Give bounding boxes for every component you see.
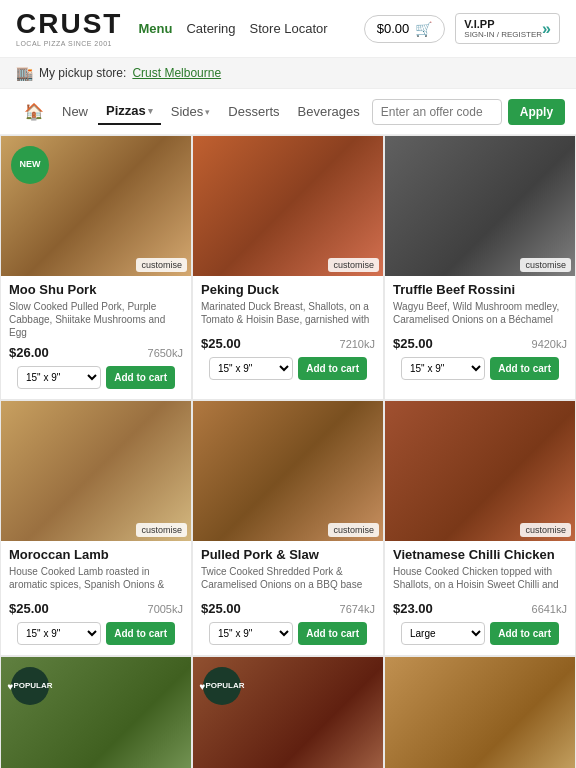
logo: CRUST LOCAL PIZZA SINCE 2001	[16, 10, 122, 47]
product-name: Moo Shu Pork	[9, 282, 183, 297]
cat-nav-items: 🏠 New Pizzas ▾ Sides ▾ Desserts Beverage…	[16, 97, 368, 126]
product-desc: Slow Cooked Pulled Pork, Purple Cabbage,…	[9, 300, 183, 339]
vipp-label: V.I.PP	[464, 18, 542, 30]
product-info: Truffle Beef Rossini Wagyu Beef, Wild Mu…	[385, 276, 575, 380]
product-name: Vietnamese Chilli Chicken	[393, 547, 567, 562]
product-price: $25.00	[201, 601, 241, 616]
size-select[interactable]: 15" x 9"	[17, 622, 101, 645]
product-price: $25.00	[201, 336, 241, 351]
logo-text: CRUST	[16, 10, 122, 38]
size-select[interactable]: 15" x 9"	[209, 357, 293, 380]
sides-chevron: ▾	[205, 107, 210, 117]
customise-label[interactable]: customise	[520, 523, 571, 537]
customise-label[interactable]: customise	[328, 258, 379, 272]
product-info: Moo Shu Pork Slow Cooked Pulled Pork, Pu…	[1, 276, 191, 389]
product-cell-popular-2: POPULAR customise	[192, 656, 384, 768]
product-cell-pulled-pork-slaw: customise Pulled Pork & Slaw Twice Cooke…	[192, 400, 384, 656]
cart-icon: 🛒	[415, 21, 432, 37]
nav-catering[interactable]: Catering	[186, 21, 235, 36]
badge-popular: POPULAR	[11, 667, 49, 705]
product-kj: 7674kJ	[340, 603, 375, 615]
product-image: customise	[385, 657, 575, 768]
cat-pizzas[interactable]: Pizzas ▾	[98, 98, 161, 125]
product-cell-moo-shu-pork: NEW customise Moo Shu Pork Slow Cooked P…	[0, 135, 192, 400]
main-nav: Menu Catering Store Locator	[138, 21, 327, 36]
product-kj: 7650kJ	[148, 347, 183, 359]
size-select[interactable]: 15" x 9"	[17, 366, 101, 389]
customise-label[interactable]: customise	[328, 523, 379, 537]
product-name: Truffle Beef Rossini	[393, 282, 567, 297]
product-name: Peking Duck	[201, 282, 375, 297]
pickup-bar: 🏬 My pickup store: Crust Melbourne	[0, 58, 576, 89]
product-actions: 15" x 9" Add to cart	[201, 622, 375, 645]
product-kj: 7005kJ	[148, 603, 183, 615]
store-icon: 🏬	[16, 65, 33, 81]
pickup-text: My pickup store:	[39, 66, 126, 80]
cart-amount: $0.00	[377, 21, 410, 36]
product-actions: 15" x 9" Add to cart	[201, 357, 375, 380]
product-cell-popular-1: POPULAR customise	[0, 656, 192, 768]
size-select[interactable]: Large	[401, 622, 485, 645]
product-kj: 7210kJ	[340, 338, 375, 350]
product-info: Moroccan Lamb House Cooked Lamb roasted …	[1, 541, 191, 645]
customise-label[interactable]: customise	[136, 523, 187, 537]
product-desc: Wagyu Beef, Wild Mushroom medley, Carame…	[393, 300, 567, 330]
nav-menu[interactable]: Menu	[138, 21, 172, 36]
header: CRUST LOCAL PIZZA SINCE 2001 Menu Cateri…	[0, 0, 576, 58]
product-image: customise	[385, 136, 575, 276]
price-row: $23.00 6641kJ	[393, 601, 567, 616]
product-name: Moroccan Lamb	[9, 547, 183, 562]
product-actions: 15" x 9" Add to cart	[393, 357, 567, 380]
price-row: $26.00 7650kJ	[9, 345, 183, 360]
cat-sides[interactable]: Sides ▾	[163, 99, 219, 124]
product-kj: 6641kJ	[532, 603, 567, 615]
category-nav: 🏠 New Pizzas ▾ Sides ▾ Desserts Beverage…	[0, 89, 576, 135]
product-actions: 15" x 9" Add to cart	[9, 366, 183, 389]
product-price: $23.00	[393, 601, 433, 616]
apply-button[interactable]: Apply	[508, 99, 565, 125]
product-image: NEW customise	[1, 136, 191, 276]
product-cell-peking-duck: customise Peking Duck Marinated Duck Bre…	[192, 135, 384, 400]
add-to-cart-button[interactable]: Add to cart	[298, 622, 367, 645]
add-to-cart-button[interactable]: Add to cart	[106, 622, 175, 645]
product-actions: 15" x 9" Add to cart	[9, 622, 183, 645]
product-desc: Marinated Duck Breast, Shallots, on a To…	[201, 300, 375, 330]
product-desc: Twice Cooked Shredded Pork & Caramelised…	[201, 565, 375, 595]
price-row: $25.00 7005kJ	[9, 601, 183, 616]
price-row: $25.00 7674kJ	[201, 601, 375, 616]
product-cell-vietnamese-chilli-chicken: customise Vietnamese Chilli Chicken Hous…	[384, 400, 576, 656]
product-image: customise	[1, 401, 191, 541]
pickup-store-link[interactable]: Crust Melbourne	[132, 66, 221, 80]
product-image: POPULAR customise	[1, 657, 191, 768]
cat-desserts[interactable]: Desserts	[220, 99, 287, 124]
badge-popular: POPULAR	[203, 667, 241, 705]
size-select[interactable]: 15" x 9"	[401, 357, 485, 380]
product-cell-popular-3: customise	[384, 656, 576, 768]
price-row: $25.00 9420kJ	[393, 336, 567, 351]
product-price: $25.00	[393, 336, 433, 351]
header-right: $0.00 🛒 V.I.PP SIGN-IN / REGISTER »	[364, 13, 560, 44]
product-image: customise	[385, 401, 575, 541]
add-to-cart-button[interactable]: Add to cart	[106, 366, 175, 389]
product-image: customise	[193, 136, 383, 276]
customise-label[interactable]: customise	[136, 258, 187, 272]
cat-new[interactable]: New	[54, 99, 96, 124]
cat-home[interactable]: 🏠	[16, 97, 52, 126]
customise-label[interactable]: customise	[520, 258, 571, 272]
cat-beverages[interactable]: Beverages	[290, 99, 368, 124]
product-kj: 9420kJ	[532, 338, 567, 350]
vipp-block[interactable]: V.I.PP SIGN-IN / REGISTER »	[455, 13, 560, 44]
product-grid: NEW customise Moo Shu Pork Slow Cooked P…	[0, 135, 576, 768]
product-actions: Large Add to cart	[393, 622, 567, 645]
cart-button[interactable]: $0.00 🛒	[364, 15, 446, 43]
nav-store-locator[interactable]: Store Locator	[250, 21, 328, 36]
logo-sub: LOCAL PIZZA SINCE 2001	[16, 40, 122, 47]
product-price: $26.00	[9, 345, 49, 360]
size-select[interactable]: 15" x 9"	[209, 622, 293, 645]
vipp-arrow-icon: »	[542, 20, 551, 38]
offer-code-input[interactable]	[372, 99, 502, 125]
add-to-cart-button[interactable]: Add to cart	[298, 357, 367, 380]
add-to-cart-button[interactable]: Add to cart	[490, 622, 559, 645]
add-to-cart-button[interactable]: Add to cart	[490, 357, 559, 380]
vipp-sub: SIGN-IN / REGISTER	[464, 30, 542, 39]
